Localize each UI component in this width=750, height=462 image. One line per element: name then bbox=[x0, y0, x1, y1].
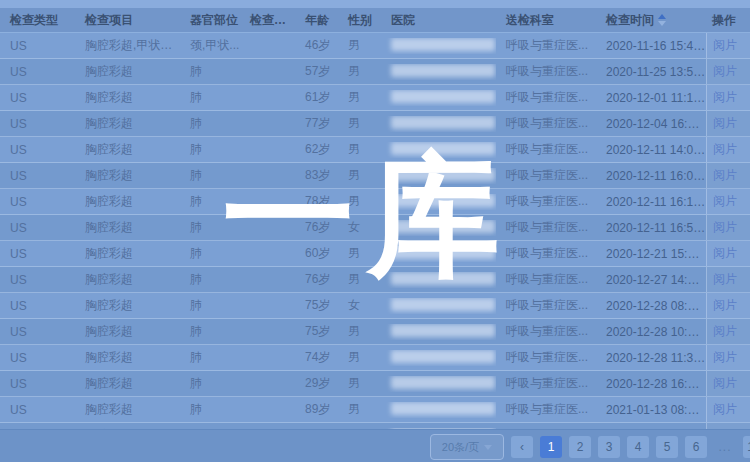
age-cell: 29岁 bbox=[295, 375, 338, 392]
hospital-redaction bbox=[391, 246, 495, 259]
hospital-redaction bbox=[391, 402, 495, 415]
view-film-link[interactable]: 阅片 bbox=[713, 375, 737, 392]
chevron-down-icon bbox=[484, 445, 492, 450]
department-cell: 呼吸与重症医... bbox=[496, 271, 596, 288]
exam-item-cell: 胸腔彩超,甲状腺彩超 bbox=[75, 37, 180, 54]
hospital-cell bbox=[381, 220, 496, 236]
action-cell: 阅片 bbox=[706, 319, 750, 344]
view-film-link[interactable]: 阅片 bbox=[713, 63, 737, 80]
organ-cell: 肺 bbox=[180, 323, 240, 340]
gender-cell: 男 bbox=[338, 375, 381, 392]
exam-item-cell: 胸腔彩超 bbox=[75, 141, 180, 158]
hospital-redaction bbox=[391, 142, 495, 155]
table-row: US胸腔彩超肺78岁男呼吸与重症医...2020-12-11 16:14:49阅… bbox=[0, 189, 750, 215]
hospital-cell bbox=[381, 142, 496, 158]
page-button-3[interactable]: 3 bbox=[598, 436, 620, 458]
gender-cell: 男 bbox=[338, 349, 381, 366]
hospital-cell bbox=[381, 402, 496, 418]
view-film-link[interactable]: 阅片 bbox=[713, 349, 737, 366]
exam-type-cell: US bbox=[0, 299, 75, 313]
view-film-link[interactable]: 阅片 bbox=[713, 401, 737, 418]
organ-cell: 肺 bbox=[180, 401, 240, 418]
age-cell: 77岁 bbox=[295, 115, 338, 132]
pagination-bar: 20条/页 ‹ 123456...16 bbox=[0, 429, 750, 462]
view-film-link[interactable]: 阅片 bbox=[713, 37, 737, 54]
exam-item-cell: 胸腔彩超 bbox=[75, 63, 180, 80]
action-cell: 阅片 bbox=[706, 111, 750, 136]
exam-item-cell: 胸腔彩超 bbox=[75, 115, 180, 132]
prev-page-button[interactable]: ‹ bbox=[511, 436, 533, 458]
organ-cell: 颈,甲状... bbox=[180, 37, 240, 54]
view-film-link[interactable]: 阅片 bbox=[713, 245, 737, 262]
exam-item-cell: 胸腔彩超 bbox=[75, 323, 180, 340]
page-button-2[interactable]: 2 bbox=[569, 436, 591, 458]
organ-cell: 肺 bbox=[180, 349, 240, 366]
department-cell: 呼吸与重症医... bbox=[496, 245, 596, 262]
table-row: US胸腔彩超肺61岁男呼吸与重症医...2020-12-01 11:14:21阅… bbox=[0, 85, 750, 111]
table-row: US胸腔彩超,甲状腺彩超颈,甲状...46岁男呼吸与重症医...2020-11-… bbox=[0, 33, 750, 59]
exam-type-cell: US bbox=[0, 273, 75, 287]
view-film-link[interactable]: 阅片 bbox=[713, 323, 737, 340]
pagination-controls: 20条/页 ‹ 123456...16 bbox=[430, 434, 750, 460]
exam-list-screen: 检查类型 检查项目 器官部位 检查方法 年龄 性别 医院 送检科室 检查时间 操… bbox=[0, 0, 750, 462]
action-cell: 阅片 bbox=[706, 33, 750, 58]
exam-time-cell: 2020-11-25 13:50:01 bbox=[596, 65, 706, 79]
view-film-link[interactable]: 阅片 bbox=[713, 219, 737, 236]
hospital-redaction bbox=[391, 168, 495, 181]
header-exam-item: 检查项目 bbox=[75, 12, 180, 29]
page-button-16[interactable]: 16 bbox=[743, 436, 750, 458]
hospital-redaction bbox=[391, 298, 495, 311]
hospital-redaction bbox=[391, 116, 495, 129]
table-row: US胸腔彩超肺29岁男呼吸与重症医...2020-12-28 16:45:18阅… bbox=[0, 371, 750, 397]
header-exam-time[interactable]: 检查时间 bbox=[596, 12, 706, 29]
page-button-5[interactable]: 5 bbox=[656, 436, 678, 458]
exam-item-cell: 胸腔彩超 bbox=[75, 271, 180, 288]
gender-cell: 男 bbox=[338, 89, 381, 106]
hospital-cell bbox=[381, 38, 496, 54]
age-cell: 75岁 bbox=[295, 297, 338, 314]
hospital-cell bbox=[381, 350, 496, 366]
view-film-link[interactable]: 阅片 bbox=[713, 193, 737, 210]
view-film-link[interactable]: 阅片 bbox=[713, 115, 737, 132]
page-size-value: 20条/页 bbox=[442, 440, 479, 455]
view-film-link[interactable]: 阅片 bbox=[713, 297, 737, 314]
gender-cell: 男 bbox=[338, 401, 381, 418]
action-cell: 阅片 bbox=[706, 397, 750, 422]
table-row: US胸腔彩超肺76岁女呼吸与重症医...2020-12-11 16:50:25阅… bbox=[0, 215, 750, 241]
department-cell: 呼吸与重症医... bbox=[496, 37, 596, 54]
caret-down-icon[interactable] bbox=[658, 21, 666, 26]
caret-up-icon[interactable] bbox=[658, 14, 666, 19]
action-cell: 阅片 bbox=[706, 163, 750, 188]
department-cell: 呼吸与重症医... bbox=[496, 219, 596, 236]
age-cell: 60岁 bbox=[295, 245, 338, 262]
department-cell: 呼吸与重症医... bbox=[496, 401, 596, 418]
page-size-select[interactable]: 20条/页 bbox=[430, 434, 504, 460]
view-film-link[interactable]: 阅片 bbox=[713, 167, 737, 184]
department-cell: 呼吸与重症医... bbox=[496, 349, 596, 366]
header-method: 检查方法 bbox=[240, 12, 295, 29]
page-buttons: 123456...16 bbox=[540, 436, 750, 458]
exam-type-cell: US bbox=[0, 169, 75, 183]
exam-time-cell: 2020-11-16 15:44:49 bbox=[596, 39, 706, 53]
gender-cell: 男 bbox=[338, 115, 381, 132]
view-film-link[interactable]: 阅片 bbox=[713, 141, 737, 158]
page-button-4[interactable]: 4 bbox=[627, 436, 649, 458]
age-cell: 74岁 bbox=[295, 349, 338, 366]
page-button-6[interactable]: 6 bbox=[685, 436, 707, 458]
exam-item-cell: 胸腔彩超 bbox=[75, 219, 180, 236]
page-button-1[interactable]: 1 bbox=[540, 436, 562, 458]
view-film-link[interactable]: 阅片 bbox=[713, 271, 737, 288]
exam-item-cell: 胸腔彩超 bbox=[75, 297, 180, 314]
exam-time-cell: 2020-12-11 14:00:14 bbox=[596, 143, 706, 157]
organ-cell: 肺 bbox=[180, 63, 240, 80]
gender-cell: 男 bbox=[338, 323, 381, 340]
more-pages-button[interactable]: ... bbox=[714, 436, 736, 458]
organ-cell: 肺 bbox=[180, 167, 240, 184]
hospital-redaction bbox=[391, 272, 495, 285]
action-cell: 阅片 bbox=[706, 345, 750, 370]
action-cell: 阅片 bbox=[706, 85, 750, 110]
view-film-link[interactable]: 阅片 bbox=[713, 89, 737, 106]
organ-cell: 肺 bbox=[180, 141, 240, 158]
header-department: 送检科室 bbox=[496, 12, 596, 29]
age-cell: 78岁 bbox=[295, 193, 338, 210]
